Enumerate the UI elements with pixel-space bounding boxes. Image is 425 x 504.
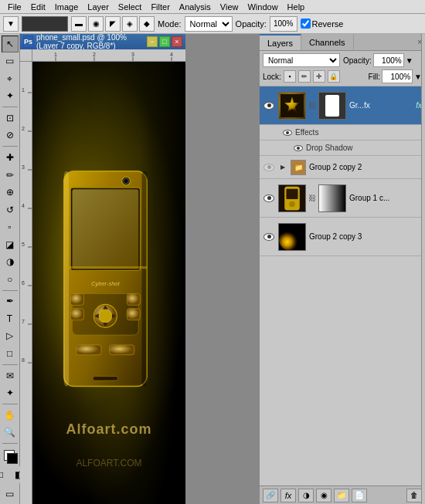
group-arrow-2copy2[interactable]: ▶ (278, 163, 287, 172)
opacity-value[interactable]: 100% (270, 16, 298, 32)
tool-notes[interactable]: ✉ (2, 367, 19, 384)
lock-all-btn[interactable]: 🔒 (328, 70, 340, 83)
tool-shape[interactable]: □ (2, 345, 19, 362)
menu-edit[interactable]: Edit (26, 0, 50, 13)
opacity-control: Opacity: ▼ (343, 53, 413, 67)
opacity-input[interactable] (373, 53, 404, 67)
tool-healing[interactable]: ✚ (2, 149, 19, 166)
link-layers-btn[interactable]: 🔗 (263, 489, 278, 502)
menu-filter[interactable]: Filter (146, 0, 174, 13)
tab-layers[interactable]: Layers (260, 34, 301, 50)
tab-channels[interactable]: Channels (301, 34, 353, 50)
layer-vis-group1c[interactable] (263, 192, 275, 205)
menu-file[interactable]: File (3, 0, 26, 13)
tool-slice[interactable]: ⊘ (2, 127, 19, 144)
linear-gradient-btn[interactable]: ▬ (71, 16, 87, 32)
lock-image-btn[interactable]: ✏ (298, 70, 311, 83)
screen-mode-btn[interactable]: ▭ (2, 485, 19, 502)
tool-crop[interactable]: ⊡ (2, 110, 19, 127)
reflected-gradient-btn[interactable]: ◈ (122, 16, 138, 32)
maximize-btn[interactable]: □ (159, 36, 170, 47)
lock-position-btn[interactable]: ✛ (313, 70, 325, 83)
layer-thumb-gr-fx (278, 92, 306, 120)
minimize-btn[interactable]: − (147, 36, 158, 47)
add-mask-btn[interactable]: ◑ (298, 489, 314, 502)
tool-lasso[interactable]: ⌖ (2, 70, 19, 87)
standard-mode-btn[interactable]: □ (0, 466, 9, 483)
new-layer-btn[interactable]: 📄 (352, 489, 367, 502)
fill-input[interactable] (382, 69, 413, 83)
diamond-gradient-btn[interactable]: ◆ (139, 16, 155, 32)
tool-history[interactable]: ↺ (2, 201, 19, 218)
lock-transparent-btn[interactable]: ▪ (284, 70, 296, 83)
new-adjustment-btn[interactable]: ◉ (316, 489, 332, 502)
tool-dodge[interactable]: ○ (2, 271, 19, 288)
tool-eyedropper[interactable]: ✦ (2, 384, 19, 401)
tool-magic-wand[interactable]: ✦ (2, 88, 19, 105)
angle-gradient-btn[interactable]: ◤ (105, 16, 121, 32)
tool-eraser[interactable]: ▫ (2, 218, 19, 235)
tool-hand[interactable]: ✋ (2, 407, 19, 424)
layer-visibility-gr-fx[interactable] (263, 100, 275, 112)
svg-rect-40 (127, 308, 140, 320)
tool-select-rect[interactable]: ▭ (2, 53, 19, 70)
effects-header-item: Effects (260, 125, 425, 140)
svg-text:2: 2 (93, 52, 96, 57)
layer-item-group2copy2[interactable]: ▶ 📁 Group 2 copy 2 (260, 156, 425, 179)
tool-gradient-preview (22, 16, 68, 32)
color-swatch[interactable] (2, 448, 19, 465)
svg-point-44 (124, 178, 128, 183)
menu-select[interactable]: Select (114, 0, 147, 13)
menu-layer[interactable]: Layer (83, 0, 114, 13)
opacity-arrow[interactable]: ▼ (406, 56, 413, 65)
main-area: ↖ ▭ ⌖ ✦ ⊡ ⊘ ✚ ✏ ⊕ ↺ ▫ ◪ ◑ ○ ✒ T ▷ □ ✉ ✦ … (0, 34, 425, 504)
effects-label: Effects (295, 128, 318, 137)
layer-mask-gr-fx (318, 92, 346, 120)
menu-help[interactable]: Help (283, 0, 310, 13)
layer-info-group1c: Group 1 c... (349, 194, 422, 202)
tool-separator-1 (2, 107, 18, 107)
tool-preset-btn[interactable]: ▼ (3, 16, 19, 32)
drop-shadow-vis-icon[interactable] (294, 145, 303, 151)
effects-vis-icon[interactable] (283, 130, 292, 136)
tool-path-select[interactable]: ▷ (2, 328, 19, 345)
phone-illustration: Cyber-shot (56, 84, 155, 473)
reverse-checkbox[interactable] (301, 19, 311, 29)
radial-gradient-btn[interactable]: ◉ (88, 16, 104, 32)
delete-layer-btn[interactable]: 🗑 (406, 489, 422, 502)
svg-text:5: 5 (22, 242, 25, 247)
add-fx-btn[interactable]: fx (280, 489, 296, 502)
layer-vis-group2copy3[interactable] (263, 231, 275, 243)
phone-artwork: Cyber-shot (32, 62, 185, 504)
tool-zoom[interactable]: 🔍 (2, 424, 19, 441)
reverse-option: Reverse (301, 19, 344, 29)
layer-item-group2copy3[interactable]: Group 2 copy 3 (260, 218, 425, 256)
svg-rect-37 (70, 293, 83, 305)
canvas-image[interactable]: Cyber-shot (32, 62, 185, 504)
tool-gradient[interactable]: ◪ (2, 236, 19, 253)
layer-item-group1c[interactable]: ⛓ Group 1 c... (260, 179, 425, 218)
tool-blur[interactable]: ◑ (2, 254, 19, 271)
tool-type[interactable]: T (2, 310, 19, 327)
svg-rect-28 (72, 189, 138, 269)
tool-stamp[interactable]: ⊕ (2, 184, 19, 201)
layer-name-group1c: Group 1 c... (349, 194, 422, 202)
layers-panel: Layers Channels × Normal Opacity: ▼ (259, 34, 425, 504)
tool-arrow[interactable]: ↖ (2, 36, 19, 52)
menu-analysis[interactable]: Analysis (175, 0, 216, 13)
svg-text:1: 1 (22, 87, 25, 93)
menu-window[interactable]: Window (243, 0, 282, 13)
tool-brush[interactable]: ✏ (2, 167, 19, 184)
layer-item-gr-fx[interactable]: ⛓ Gr...fx fx (260, 86, 425, 125)
blend-mode-select[interactable]: Normal (185, 16, 233, 32)
close-btn[interactable]: × (172, 36, 182, 47)
menu-image[interactable]: Image (50, 0, 83, 13)
eye-icon-group1c (264, 194, 274, 202)
tool-pen[interactable]: ✒ (2, 293, 19, 310)
layer-info-gr-fx: Gr...fx (349, 101, 413, 110)
menu-view[interactable]: View (216, 0, 243, 13)
layer-blend-select[interactable]: Normal (263, 53, 340, 67)
new-group-btn[interactable]: 📁 (334, 489, 349, 502)
svg-point-54 (279, 229, 299, 249)
layer-vis-group2copy2[interactable] (263, 161, 275, 174)
